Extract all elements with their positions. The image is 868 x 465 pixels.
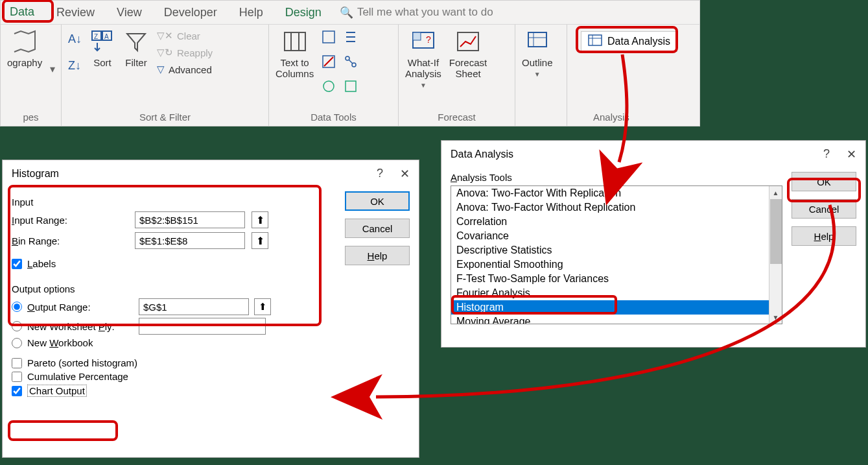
pareto-checkbox[interactable] [12,358,22,368]
remove-duplicates-icon[interactable] [322,54,336,71]
help-icon[interactable]: ? [377,167,383,181]
clear-icon: ▽✕ [157,30,173,42]
list-item[interactable]: Exponential Smoothing [451,257,782,272]
chevron-down-icon: ▼ [534,71,541,78]
highlight-input-section [8,185,322,326]
outline-icon [524,29,550,54]
data-analysis-title: Data Analysis [451,149,513,160]
ribbon: Data Review View Developer Help Design 🔍… [0,0,700,126]
histogram-title: Histogram [12,168,59,180]
svg-text:Z: Z [94,33,98,40]
clear-button[interactable]: ▽✕Clear [157,30,213,42]
text-to-columns-label: Text to Columns [276,57,314,79]
list-item[interactable]: Anova: Two-Factor Without Replication [451,200,782,215]
cumulative-checkbox[interactable] [12,372,22,382]
filter-button[interactable]: Filter [123,29,149,68]
tab-view[interactable]: View [113,3,146,22]
tab-help[interactable]: Help [235,3,267,22]
scroll-down-icon[interactable]: ▼ [769,311,782,324]
new-workbook-label: New Workbook [27,337,93,348]
svg-line-9 [324,57,333,66]
clear-label: Clear [177,30,200,42]
svg-rect-7 [323,31,334,43]
svg-point-10 [323,81,334,91]
highlight-ok-button [787,178,861,202]
group-outline-label [522,120,560,125]
svg-line-13 [349,60,353,64]
flash-fill-icon[interactable] [322,30,336,47]
list-item[interactable]: Descriptive Statistics [451,243,782,257]
sort-button[interactable]: ZA Sort [89,29,115,68]
group-analysis-label: Analysis [593,112,629,123]
scroll-up-icon[interactable]: ▲ [769,186,782,199]
manage-data-model-icon[interactable] [344,79,358,96]
map-icon [12,29,38,54]
svg-rect-19 [528,32,546,47]
highlight-data-analysis [576,26,678,53]
sort-desc-icon[interactable]: Z↓ [68,59,82,73]
close-icon[interactable]: ✕ [847,147,856,161]
svg-rect-4 [285,32,305,51]
svg-rect-16 [413,32,421,40]
close-icon[interactable]: ✕ [400,167,410,181]
whatif-label: What-If Analysis [405,57,441,79]
search-icon: 🔍 [340,6,353,19]
group-datatools-label: Data Tools [276,109,392,125]
tell-me-search[interactable]: 🔍 Tell me what you want to do [340,6,493,19]
help-button[interactable]: Help [792,226,856,246]
svg-rect-18 [458,32,478,51]
relationships-icon[interactable] [344,54,358,71]
tell-me-label: Tell me what you want to do [357,6,493,19]
list-item-histogram[interactable]: Histogram [451,300,782,315]
advanced-icon: ▽ [157,64,165,75]
data-validation-icon[interactable] [322,79,336,96]
highlight-chart-output [8,420,118,441]
types-more-icon[interactable]: ▾ [50,63,55,75]
outline-button[interactable]: Outline ▼ [522,29,553,78]
group-sortfilter-label: Sort & Filter [68,109,262,125]
help-button[interactable]: Help [345,246,410,265]
chevron-down-icon: ▼ [420,82,427,89]
ribbon-tabs: Data Review View Developer Help Design 🔍… [1,1,699,24]
whatif-button[interactable]: ? What-If Analysis ▼ [405,29,441,89]
analysis-tools-list[interactable]: Anova: Two-Factor With Replication Anova… [451,185,782,324]
forecast-icon [455,29,481,54]
svg-text:A: A [104,33,109,40]
pareto-label: Pareto (sorted histogram) [27,357,137,368]
ok-button[interactable]: OK [345,191,410,211]
geography-button[interactable]: ography [7,29,42,68]
text-to-columns-icon [282,29,308,54]
tab-developer[interactable]: Developer [160,3,221,22]
sort-icon: ZA [89,29,115,54]
consolidate-icon[interactable] [344,30,358,47]
sort-asc-icon[interactable]: A↓ [68,32,82,46]
text-to-columns-button[interactable]: Text to Columns [276,29,314,79]
filter-icon [123,29,149,54]
svg-rect-14 [346,81,356,91]
tab-design[interactable]: Design [281,3,325,22]
data-analysis-dialog: Data Analysis ? ✕ Analysis Tools Anova: … [441,140,866,348]
list-item[interactable]: F-Test Two-Sample for Variances [451,272,782,286]
cancel-button[interactable]: Cancel [345,219,410,238]
help-icon[interactable]: ? [823,147,830,161]
reapply-button[interactable]: ▽↻Reapply [157,47,213,58]
whatif-icon: ? [410,29,436,54]
group-types-label: pes [7,109,54,125]
list-item[interactable]: Anova: Two-Factor With Replication [451,186,782,200]
list-item[interactable]: Moving Average [451,315,782,324]
forecast-sheet-button[interactable]: Forecast Sheet [449,29,487,79]
scroll-thumb[interactable] [770,199,782,264]
scrollbar[interactable]: ▲ ▼ [769,186,782,324]
list-item[interactable]: Covariance [451,229,782,243]
forecast-label: Forecast Sheet [449,57,487,79]
analysis-tools-label: Analysis Tools [451,172,782,183]
tab-review[interactable]: Review [53,3,99,22]
highlight-data-tab [2,0,54,23]
advanced-button[interactable]: ▽Advanced [157,64,213,75]
reapply-label: Reapply [177,47,213,58]
filter-label: Filter [125,57,147,68]
list-item[interactable]: Correlation [451,215,782,229]
new-workbook-radio[interactable] [12,338,22,348]
chart-output-checkbox[interactable] [12,386,22,396]
list-item[interactable]: Fourier Analysis [451,286,782,300]
